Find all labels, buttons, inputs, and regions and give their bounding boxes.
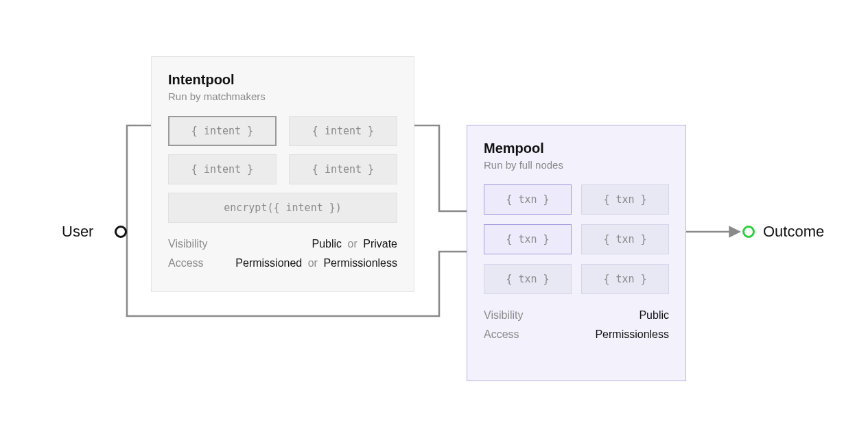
meta-val-a: Permissioned — [235, 257, 302, 269]
meta-val-b: Private — [363, 238, 397, 250]
diagram-stage: User Outcome Intentpool Run by matchmake… — [0, 0, 868, 434]
intent-chip: { intent } — [168, 116, 277, 146]
intent-chip: { intent } — [168, 154, 277, 184]
meta-val: Permissioned or Permissionless — [235, 257, 397, 269]
meta-key: Visibility — [168, 238, 208, 250]
meta-val: Permissionless — [595, 328, 669, 341]
txn-grid: { txn } { txn } { txn } { txn } { txn } … — [484, 184, 669, 294]
outcome-label: Outcome — [763, 223, 824, 241]
intentpool-access-row: Access Permissioned or Permissionless — [168, 257, 397, 269]
intentpool-title: Intentpool — [168, 72, 397, 88]
mempool-panel: Mempool Run by full nodes { txn } { txn … — [467, 125, 686, 381]
txn-chip: { txn } — [484, 264, 572, 294]
meta-key: Visibility — [484, 309, 524, 322]
mempool-title: Mempool — [484, 141, 669, 156]
txn-chip: { txn } — [484, 224, 572, 254]
meta-val-or: or — [348, 238, 357, 250]
mempool-meta: Visibility Public Access Permissionless — [484, 309, 669, 341]
txn-chip: { txn } — [581, 264, 669, 294]
txn-chip: { txn } — [581, 184, 669, 215]
intent-chip: { intent } — [289, 116, 397, 146]
meta-key: Access — [484, 328, 519, 341]
meta-val: Public — [639, 309, 669, 322]
txn-chip: { txn } — [484, 184, 572, 215]
intentpool-meta: Visibility Public or Private Access Perm… — [168, 238, 397, 269]
intentpool-visibility-row: Visibility Public or Private — [168, 238, 397, 250]
user-node — [115, 226, 127, 238]
intentpool-panel: Intentpool Run by matchmakers { intent }… — [151, 56, 414, 292]
intentpool-subtitle: Run by matchmakers — [168, 91, 397, 102]
mempool-visibility-row: Visibility Public — [484, 309, 669, 322]
meta-val-or: or — [308, 257, 318, 269]
meta-key: Access — [168, 257, 204, 269]
txn-chip: { txn } — [581, 224, 669, 254]
user-label: User — [62, 223, 93, 241]
mempool-subtitle: Run by full nodes — [484, 159, 669, 171]
intent-chip-encrypted: encrypt({ intent }) — [168, 193, 397, 223]
mempool-access-row: Access Permissionless — [484, 328, 669, 341]
intent-grid: { intent } { intent } { intent } { inten… — [168, 116, 397, 223]
meta-val: Public or Private — [312, 238, 397, 250]
meta-val-a: Public — [312, 238, 342, 250]
intent-chip: { intent } — [289, 154, 397, 184]
connector-wires — [0, 0, 868, 434]
meta-val-b: Permissionless — [323, 257, 397, 269]
outcome-node — [742, 226, 755, 238]
